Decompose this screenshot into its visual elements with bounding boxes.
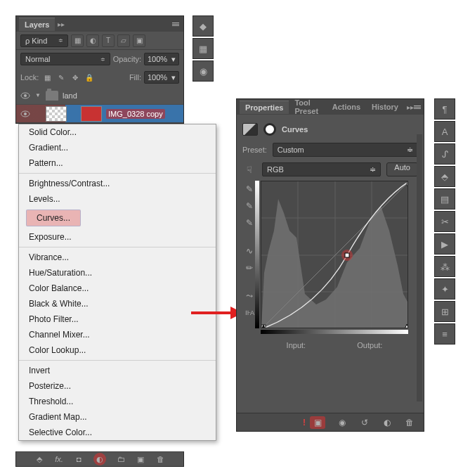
menu-gradient-map[interactable]: Gradient Map... <box>19 409 216 425</box>
menu-curves[interactable]: Curves... <box>26 210 81 226</box>
menu-color-lookup[interactable]: Color Lookup... <box>19 342 216 358</box>
eye-icon[interactable] <box>20 109 30 119</box>
draw-curve-icon[interactable]: ✏ <box>246 262 253 274</box>
curves-graph[interactable] <box>261 181 408 328</box>
layer-name: IMG_0328 copy <box>106 109 165 119</box>
blend-mode-select[interactable]: Normal≑ <box>20 53 110 65</box>
filter-smart-icon[interactable]: ▣ <box>133 34 145 47</box>
layer-row-selected[interactable]: IMG_0328 copy <box>16 105 183 123</box>
opacity-label: Opacity: <box>113 55 141 63</box>
auto-button[interactable]: Auto <box>386 162 418 176</box>
new-adjustment-layer-icon[interactable]: ◐ <box>93 453 106 465</box>
dock-character-icon[interactable]: A <box>434 121 455 142</box>
new-layer-icon[interactable]: ▣ <box>136 454 145 464</box>
mask-icon[interactable]: ◘ <box>74 454 84 464</box>
dock-3d-icon[interactable]: ⬘ <box>434 166 455 187</box>
lock-label: Lock: <box>20 73 39 82</box>
filter-kind-select[interactable]: ρ Kind≑ <box>20 34 68 47</box>
link-icon[interactable] <box>71 110 77 118</box>
options-icon[interactable]: ⊪A <box>245 307 254 319</box>
opacity-field[interactable]: 100%▾ <box>144 53 179 65</box>
mask-icon[interactable] <box>263 123 276 136</box>
menu-gradient[interactable]: Gradient... <box>19 140 216 155</box>
menu-color-balance[interactable]: Color Balance... <box>19 281 216 296</box>
panel-collapse-icon[interactable]: ▸▸ <box>58 20 65 28</box>
delete-layer-icon[interactable]: 🗑 <box>155 454 165 464</box>
dock-layers-icon[interactable]: ◆ <box>193 15 214 37</box>
dock-info-icon[interactable]: ⊞ <box>434 301 455 322</box>
filter-pixel-icon[interactable]: ▦ <box>71 34 84 47</box>
output-label: Output: <box>357 341 382 349</box>
filter-adjust-icon[interactable]: ◐ <box>86 34 99 47</box>
dock-channels-icon[interactable]: ▦ <box>193 38 214 59</box>
new-group-icon[interactable]: 🗀 <box>116 454 126 464</box>
lock-all-icon[interactable]: 🔒 <box>84 72 95 83</box>
link-layers-icon[interactable]: ⬘ <box>34 454 44 464</box>
menu-brightness-contrast[interactable]: Brightness/Contrast... <box>19 176 216 191</box>
menu-exposure[interactable]: Exposure... <box>19 229 216 245</box>
properties-panel-tabs: Properties Tool Preset Actions History ▸… <box>237 99 424 115</box>
menu-hue-saturation[interactable]: Hue/Saturation... <box>19 265 216 281</box>
layer-filter-row: ρ Kind≑ ▦ ◐ T ▱ ▣ <box>16 32 183 50</box>
lock-position-icon[interactable]: ✥ <box>70 72 81 83</box>
menu-selective-color[interactable]: Selective Color... <box>19 425 216 440</box>
dock-history-icon[interactable]: ≡ <box>434 323 455 345</box>
clip-to-layer-icon[interactable]: ▣ <box>310 416 325 429</box>
channel-select[interactable]: RGB≑ <box>262 162 381 176</box>
preset-select[interactable]: Custom≑ <box>273 143 418 157</box>
edit-points-icon[interactable]: ∿ <box>246 245 253 257</box>
menu-photo-filter[interactable]: Photo Filter... <box>19 311 216 327</box>
menu-levels[interactable]: Levels... <box>19 191 216 207</box>
annotation-exclaim: ! <box>303 418 306 427</box>
reset-icon[interactable]: ↺ <box>359 417 370 428</box>
tab-actions[interactable]: Actions <box>327 101 366 113</box>
fill-label: Fill: <box>129 73 141 82</box>
dock-path-icon[interactable]: ᔑ <box>434 143 455 165</box>
menu-black-white[interactable]: Black & White... <box>19 296 216 311</box>
view-previous-icon[interactable]: ◉ <box>337 417 348 428</box>
panel-menu-icon[interactable] <box>414 102 421 112</box>
tab-properties[interactable]: Properties <box>240 101 289 114</box>
targeted-adjust-icon[interactable]: ☟ <box>242 163 256 176</box>
lock-pixels-icon[interactable]: ✎ <box>56 72 67 83</box>
tab-layers[interactable]: Layers <box>19 18 55 31</box>
dock-navigator-icon[interactable]: ✦ <box>434 278 455 300</box>
smooth-icon[interactable]: ⤳ <box>246 290 253 302</box>
lock-transparent-icon[interactable]: ▦ <box>41 72 53 83</box>
menu-pattern[interactable]: Pattern... <box>19 155 216 171</box>
lock-icons: ▦ ✎ ✥ 🔒 <box>41 72 95 83</box>
dock-brush-icon[interactable]: ⁂ <box>434 256 455 277</box>
dock-tools-icon[interactable]: ✂ <box>434 211 455 232</box>
eyedropper-black-icon[interactable]: ✎ <box>246 184 253 195</box>
layers-bottom-bar: ⬘ fx. ◘ ◐ 🗀 ▣ 🗑 <box>15 451 184 467</box>
fill-field[interactable]: 100%▾ <box>144 71 179 84</box>
delete-adjustment-icon[interactable]: 🗑 <box>404 417 415 428</box>
panel-collapse-icon[interactable]: ▸▸ <box>407 103 414 111</box>
tab-history[interactable]: History <box>366 101 404 113</box>
panel-scrollbar[interactable] <box>417 134 422 401</box>
eye-icon[interactable] <box>20 91 30 101</box>
dock-paths-icon[interactable]: ◉ <box>193 60 214 82</box>
menu-vibrance[interactable]: Vibrance... <box>19 250 216 265</box>
eyedropper-white-icon[interactable]: ✎ <box>246 217 253 229</box>
layer-group-row[interactable]: ▼ land <box>16 86 183 105</box>
menu-threshold[interactable]: Threshold... <box>19 394 216 409</box>
expand-icon[interactable]: ▼ <box>34 92 41 98</box>
filter-type-icon[interactable]: T <box>102 34 115 47</box>
menu-posterize[interactable]: Posterize... <box>19 378 216 394</box>
layer-thumb[interactable] <box>81 106 102 122</box>
dock-paragraph-icon[interactable]: ¶ <box>434 98 455 120</box>
layer-mask-thumb[interactable] <box>46 106 67 122</box>
panel-menu-icon[interactable] <box>171 19 181 29</box>
adjustment-layer-menu: Solid Color... Gradient... Pattern... Br… <box>18 124 216 441</box>
tab-tool-preset[interactable]: Tool Preset <box>289 96 326 117</box>
filter-shape-icon[interactable]: ▱ <box>117 34 130 47</box>
fx-icon[interactable]: fx. <box>54 454 64 464</box>
dock-swatches-icon[interactable]: ▤ <box>434 188 455 210</box>
menu-solid-color[interactable]: Solid Color... <box>19 124 216 140</box>
dock-actions-icon[interactable]: ▶ <box>434 233 455 255</box>
menu-channel-mixer[interactable]: Channel Mixer... <box>19 327 216 342</box>
menu-invert[interactable]: Invert <box>19 363 216 378</box>
eyedropper-gray-icon[interactable]: ✎ <box>246 200 253 212</box>
toggle-visibility-icon[interactable]: ◐ <box>382 417 393 428</box>
